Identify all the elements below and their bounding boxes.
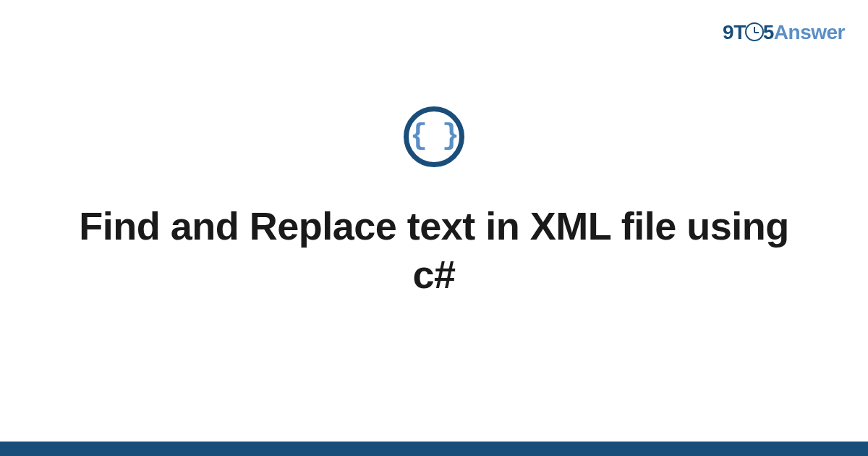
main-content: { } Find and Replace text in XML file us… xyxy=(0,0,868,456)
code-braces-icon: { } xyxy=(404,106,464,167)
page-title: Find and Replace text in XML file using … xyxy=(54,202,814,300)
footer-bar xyxy=(0,442,868,456)
braces-glyph: { } xyxy=(410,122,458,151)
